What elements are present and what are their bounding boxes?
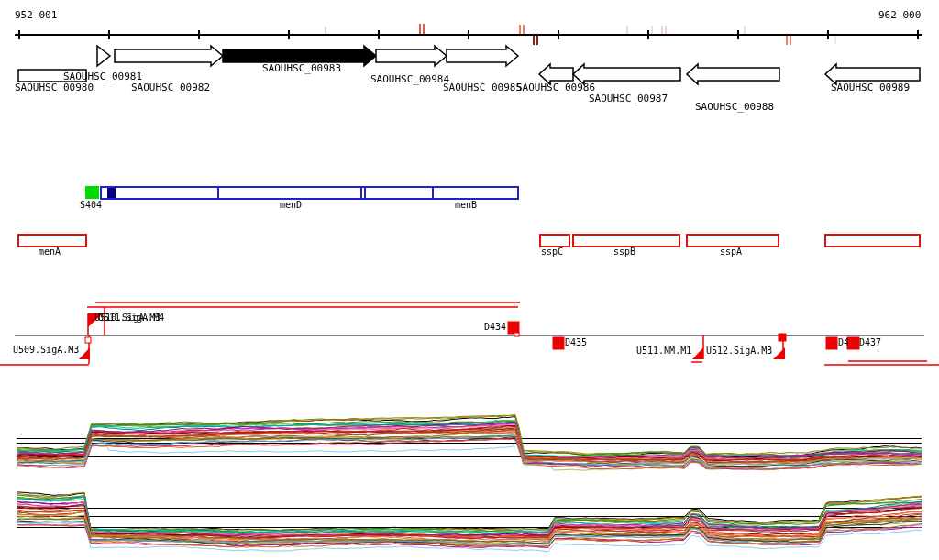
- transcript-label-D435: D435: [565, 337, 587, 347]
- variation-mark[interactable]: [519, 25, 521, 34]
- gene-arrow-SAOUHSC_00984[interactable]: [376, 46, 447, 66]
- U511NM-flag[interactable]: [692, 347, 703, 359]
- variation-mark[interactable]: [834, 36, 836, 44]
- tss-square[interactable]: [85, 337, 91, 343]
- red-feature-label-menA: menA: [39, 247, 61, 257]
- operon-label-S404: S404: [80, 200, 102, 210]
- gene-label-SAOUHSC_00983: SAOUHSC_00983: [262, 63, 341, 74]
- transcript-label-U511.SigA.M4: U511.SigA.M4: [98, 313, 164, 323]
- gene-label-SAOUHSC_00988: SAOUHSC_00988: [695, 102, 774, 113]
- red-feature-sspA[interactable]: [687, 235, 779, 247]
- gene-arrow-SAOUHSC_00985[interactable]: [447, 46, 518, 66]
- tss-square[interactable]: [826, 337, 837, 349]
- variation-mark[interactable]: [744, 26, 746, 34]
- red-feature-sspC[interactable]: [540, 235, 569, 247]
- tss-square[interactable]: [514, 333, 519, 336]
- gene-label-SAOUHSC_00986: SAOUHSC_00986: [516, 82, 595, 93]
- tss-square[interactable]: [553, 337, 564, 349]
- variation-mark[interactable]: [325, 27, 326, 34]
- variation-mark[interactable]: [665, 26, 667, 34]
- transcript-label-U512.SigA.M3: U512.SigA.M3: [706, 346, 772, 356]
- transcript-label-D434: D434: [484, 322, 506, 332]
- U512-flag[interactable]: [773, 347, 785, 359]
- tss-square[interactable]: [779, 334, 786, 341]
- red-feature-menA[interactable]: [18, 235, 86, 247]
- transcript-label-D437: D437: [859, 337, 881, 347]
- transcript-label-U509.SigA.M3: U509.SigA.M3: [13, 345, 79, 355]
- transcript-label-U511.NM.M1: U511.NM.M1: [636, 346, 691, 356]
- red-feature-sspB[interactable]: [573, 235, 679, 247]
- variation-mark[interactable]: [790, 36, 791, 45]
- ruler-end-label: 962 000: [878, 10, 921, 21]
- tss-square[interactable]: [508, 322, 519, 334]
- operon-bar[interactable]: [101, 187, 518, 199]
- variation-mark[interactable]: [533, 36, 535, 45]
- gene-label-SAOUHSC_00987: SAOUHSC_00987: [589, 93, 668, 104]
- gene-label-SAOUHSC_00989: SAOUHSC_00989: [831, 82, 910, 93]
- tss-square[interactable]: [847, 337, 859, 349]
- gene-label-SAOUHSC_00984: SAOUHSC_00984: [370, 74, 449, 85]
- red-feature-unlabeled[interactable]: [825, 235, 920, 247]
- genome-browser-view: 952 001 962 000 SAOUHSC_00980SAOUHSC_009…: [0, 0, 939, 560]
- operon-navy-box: [107, 188, 116, 198]
- variation-mark[interactable]: [419, 24, 421, 34]
- gene-arrow-SAOUHSC_00982[interactable]: [115, 46, 223, 66]
- variation-mark[interactable]: [661, 26, 663, 34]
- variation-mark[interactable]: [786, 36, 788, 45]
- variation-mark[interactable]: [626, 26, 628, 34]
- red-feature-label-sspB: sspB: [613, 247, 635, 257]
- operon-start-box[interactable]: [85, 186, 99, 199]
- U509-flag[interactable]: [79, 347, 90, 359]
- variation-mark[interactable]: [523, 25, 525, 34]
- variation-mark[interactable]: [651, 26, 653, 34]
- variation-mark[interactable]: [536, 36, 538, 45]
- red-feature-label-sspC: sspC: [541, 247, 563, 257]
- operon-label-menB: menB: [455, 200, 477, 210]
- transcript-label-D436: D436: [838, 337, 848, 347]
- gene-label-SAOUHSC_00985: SAOUHSC_00985: [443, 82, 522, 93]
- gene-label-SAOUHSC_00980: SAOUHSC_00980: [15, 82, 94, 93]
- gene-arrow-SAOUHSC_00981[interactable]: [97, 46, 110, 66]
- ruler-start-label: 952 001: [15, 10, 57, 21]
- gene-label-SAOUHSC_00982: SAOUHSC_00982: [131, 82, 210, 93]
- variation-mark[interactable]: [423, 24, 425, 34]
- red-feature-label-sspA: sspA: [720, 247, 742, 257]
- gene-arrow-SAOUHSC_00988[interactable]: [687, 64, 779, 84]
- operon-label-menD: menD: [280, 200, 302, 210]
